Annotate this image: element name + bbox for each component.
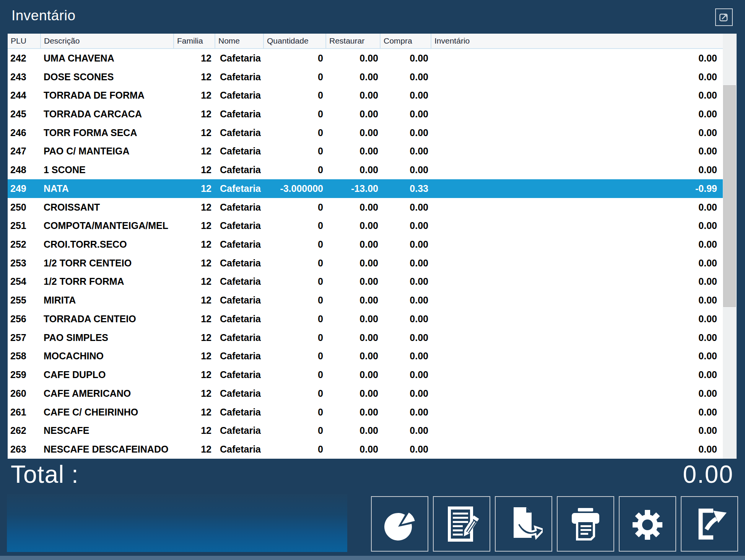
bottom-strip: [0, 556, 745, 560]
table-row[interactable]: 244TORRADA DE FORMA12Cafetaria00.000.000…: [8, 86, 723, 105]
cell-descricao: DOSE SCONES: [41, 71, 174, 83]
cell-restaurar: 0.00: [326, 53, 381, 64]
cell-quantidade: 0: [264, 444, 326, 455]
cell-inventario: 0.00: [431, 202, 723, 213]
table-row[interactable]: 242UMA CHAVENA12Cafetaria00.000.000.00: [8, 49, 723, 68]
table-row[interactable]: 261CAFE C/ CHEIRINHO12Cafetaria00.000.00…: [8, 403, 723, 422]
table-row[interactable]: 257PAO SIMPLES12Cafetaria00.000.000.00: [8, 328, 723, 347]
cell-quantidade: 0: [264, 127, 326, 138]
cell-plu: 250: [8, 202, 41, 213]
cell-quantidade: 0: [264, 239, 326, 250]
cell-familia: 12: [174, 295, 215, 306]
cell-familia: 12: [174, 220, 215, 231]
cell-familia: 12: [174, 109, 215, 120]
table-row[interactable]: 2531/2 TORR CENTEIO12Cafetaria00.000.000…: [8, 254, 723, 273]
cell-inventario: 0.00: [431, 146, 723, 157]
cell-restaurar: 0.00: [326, 369, 381, 380]
table-row[interactable]: 255MIRITA12Cafetaria00.000.000.00: [8, 291, 723, 310]
table-row[interactable]: 251COMPOTA/MANTEIGA/MEL12Cafetaria00.000…: [8, 216, 723, 235]
column-header-descricao[interactable]: Descrição: [41, 34, 174, 48]
column-header-quantidade[interactable]: Quantidade: [264, 34, 326, 48]
cell-inventario: 0.00: [431, 239, 723, 250]
cell-nome: Cafetaria: [215, 127, 264, 138]
cell-restaurar: 0.00: [326, 109, 381, 120]
column-header-plu[interactable]: PLU: [8, 34, 41, 48]
table-row[interactable]: 258MOCACHINO12Cafetaria00.000.000.00: [8, 347, 723, 366]
cell-plu: 257: [8, 332, 41, 343]
exit-button[interactable]: [681, 496, 738, 552]
table-row[interactable]: 247PAO C/ MANTEIGA12Cafetaria00.000.000.…: [8, 142, 723, 161]
cell-compra: 0.00: [381, 71, 431, 83]
cell-restaurar: 0.00: [326, 444, 381, 455]
page-title: Inventário: [11, 8, 76, 24]
table-row[interactable]: 245TORRADA CARCACA12Cafetaria00.000.000.…: [8, 105, 723, 123]
table-row[interactable]: 263NESCAFE DESCAFEINADO12Cafetaria00.000…: [8, 440, 723, 459]
table-row[interactable]: 2481 SCONE12Cafetaria00.000.000.00: [8, 161, 723, 179]
cell-plu: 249: [8, 183, 41, 194]
cell-familia: 12: [174, 71, 215, 83]
cell-inventario: 0.00: [431, 53, 723, 64]
cell-compra: 0.00: [381, 444, 431, 455]
cell-compra: 0.00: [381, 53, 431, 64]
cell-compra: 0.00: [381, 425, 431, 436]
cell-descricao: TORRADA CENTEIO: [41, 313, 174, 325]
column-header-restaurar[interactable]: Restaurar: [326, 34, 381, 48]
cell-inventario: 0.00: [431, 407, 723, 418]
resize-icon: [718, 11, 730, 23]
cell-nome: Cafetaria: [215, 444, 264, 455]
table-row[interactable]: 2541/2 TORR FORMA12Cafetaria00.000.000.0…: [8, 273, 723, 291]
stats-button[interactable]: [371, 496, 428, 552]
cell-familia: 12: [174, 407, 215, 418]
cell-nome: Cafetaria: [215, 220, 264, 231]
cell-nome: Cafetaria: [215, 109, 264, 120]
cell-inventario: 0.00: [431, 127, 723, 138]
export-button[interactable]: [495, 496, 552, 552]
cell-compra: 0.00: [381, 220, 431, 231]
edit-inventory-button[interactable]: [433, 496, 490, 552]
cell-descricao: UMA CHAVENA: [41, 53, 174, 64]
cell-quantidade: 0: [264, 90, 326, 101]
column-header-compra[interactable]: Compra: [381, 34, 431, 48]
settings-button[interactable]: [619, 496, 676, 552]
table-row[interactable]: 243DOSE SCONES12Cafetaria00.000.000.00: [8, 68, 723, 86]
cell-descricao: MOCACHINO: [41, 351, 174, 362]
cell-quantidade: 0: [264, 388, 326, 399]
cell-nome: Cafetaria: [215, 276, 264, 287]
cell-nome: Cafetaria: [215, 239, 264, 250]
cell-inventario: 0.00: [431, 444, 723, 455]
table-header: PLUDescriçãoFamiliaNomeQuantidadeRestaur…: [8, 34, 723, 49]
table-row[interactable]: 256TORRADA CENTEIO12Cafetaria00.000.000.…: [8, 310, 723, 328]
table-row[interactable]: 252CROI.TORR.SECO12Cafetaria00.000.000.0…: [8, 235, 723, 254]
maximize-button[interactable]: [715, 8, 733, 26]
table-body: 242UMA CHAVENA12Cafetaria00.000.000.0024…: [8, 49, 723, 459]
table-row[interactable]: 246TORR FORMA SECA12Cafetaria00.000.000.…: [8, 123, 723, 142]
print-button[interactable]: [557, 496, 614, 552]
table-row[interactable]: 262NESCAFE12Cafetaria00.000.000.00: [8, 421, 723, 440]
cell-quantidade: 0: [264, 369, 326, 380]
cell-plu: 252: [8, 239, 41, 250]
total-value: 0.00: [683, 460, 734, 489]
cell-familia: 12: [174, 164, 215, 175]
cell-plu: 260: [8, 388, 41, 399]
cell-quantidade: 0: [264, 202, 326, 213]
table-row[interactable]: 250CROISSANT12Cafetaria00.000.000.00: [8, 198, 723, 217]
cell-nome: Cafetaria: [215, 313, 264, 325]
cell-descricao: 1 SCONE: [41, 164, 174, 175]
cell-quantidade: 0: [264, 351, 326, 362]
cell-inventario: 0.00: [431, 332, 723, 343]
scrollbar-thumb[interactable]: [723, 85, 736, 307]
cell-inventario: 0.00: [431, 295, 723, 306]
table-row[interactable]: 259CAFE DUPLO12Cafetaria00.000.000.00: [8, 365, 723, 384]
column-header-familia[interactable]: Familia: [174, 34, 215, 48]
column-header-inventario[interactable]: Inventário: [431, 34, 723, 48]
cell-familia: 12: [174, 444, 215, 455]
cell-restaurar: -13.00: [326, 183, 381, 194]
cell-inventario: 0.00: [431, 369, 723, 380]
vertical-scrollbar[interactable]: [723, 34, 737, 459]
table-row[interactable]: 260CAFE AMERICANO12Cafetaria00.000.000.0…: [8, 384, 723, 403]
table-row[interactable]: 249NATA12Cafetaria-3.000000-13.000.33-0.…: [8, 179, 723, 198]
cell-familia: 12: [174, 369, 215, 380]
cell-familia: 12: [174, 53, 215, 64]
column-header-nome[interactable]: Nome: [215, 34, 264, 48]
cell-inventario: 0.00: [431, 109, 723, 120]
